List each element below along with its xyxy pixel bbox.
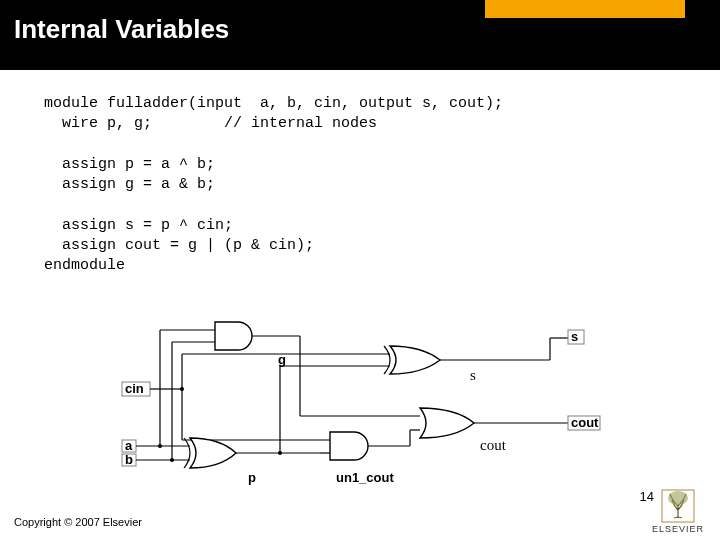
publisher-logo: ELSEVIER <box>652 488 704 534</box>
label-cout-box: cout <box>571 415 599 430</box>
circuit-diagram: cin a b g p s s un1_cout cout c <box>120 320 640 490</box>
code-line: wire p, g; // internal nodes <box>44 115 377 132</box>
label-a: a <box>125 438 133 453</box>
copyright: Copyright © 2007 Elsevier <box>14 516 142 528</box>
label-cout: cout <box>480 437 507 453</box>
code-line: assign g = a & b; <box>44 176 215 193</box>
label-s-box: s <box>571 329 578 344</box>
svg-point-35 <box>668 491 688 505</box>
label-cin: cin <box>125 381 144 396</box>
label-s: s <box>470 367 476 383</box>
tree-icon <box>660 488 696 524</box>
slide-header: Internal Variables <box>0 0 720 70</box>
accent-bar <box>485 0 685 18</box>
code-line: assign s = p ^ cin; <box>44 217 233 234</box>
logo-text: ELSEVIER <box>652 524 704 534</box>
code-line: assign cout = g | (p & cin); <box>44 237 314 254</box>
code-line: endmodule <box>44 257 125 274</box>
content-area: module fulladder(input a, b, cin, output… <box>0 70 720 276</box>
label-p: p <box>248 470 256 485</box>
code-line: assign p = a ^ b; <box>44 156 215 173</box>
code-block: module fulladder(input a, b, cin, output… <box>44 94 676 276</box>
slide-title: Internal Variables <box>14 14 229 45</box>
label-g: g <box>278 352 286 367</box>
code-line: module fulladder(input a, b, cin, output… <box>44 95 503 112</box>
label-b: b <box>125 452 133 467</box>
label-un1: un1_cout <box>336 470 394 485</box>
